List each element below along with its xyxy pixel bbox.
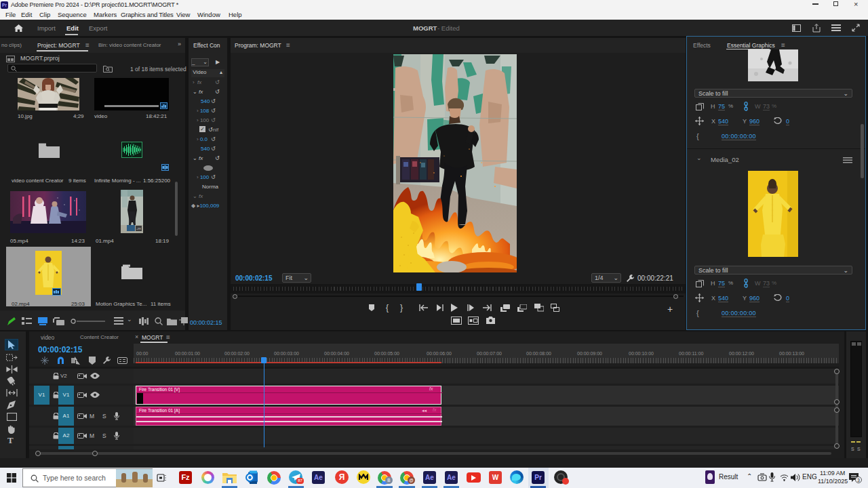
svg-text:+99: +99 [136, 227, 142, 230]
